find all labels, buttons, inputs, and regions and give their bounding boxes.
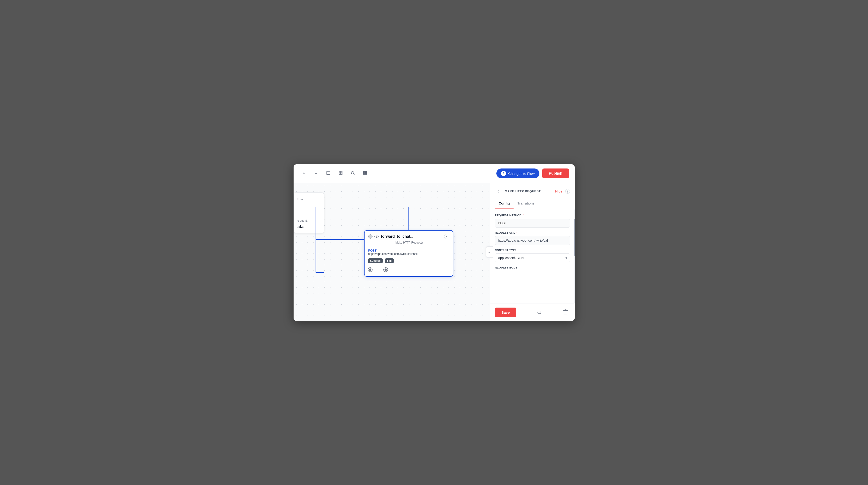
scrollbar-track	[574, 209, 575, 304]
success-dot	[368, 268, 372, 272]
content-type-label: CONTENT TYPE	[495, 249, 570, 252]
success-badge: Success	[368, 258, 383, 263]
svg-line-6	[353, 174, 354, 175]
panel-hide-button[interactable]: Hide	[555, 190, 562, 193]
node-method: POST	[368, 249, 449, 252]
tab-transitions[interactable]: Transitions	[514, 198, 538, 209]
changes-badge: 3	[501, 171, 506, 176]
search-button[interactable]	[348, 169, 358, 178]
content-type-select[interactable]: Application/JSON text/plain multipart/fo…	[495, 253, 570, 262]
table-icon	[363, 171, 367, 176]
grid-icon	[338, 171, 343, 176]
scrollbar-thumb	[574, 219, 575, 256]
grid-button[interactable]	[336, 169, 345, 178]
add-button[interactable]: +	[299, 169, 309, 178]
node-status-circle	[368, 234, 373, 238]
panel-tabs: Config Transitions	[490, 198, 575, 209]
canvas[interactable]: m... e agent. ata	[293, 183, 490, 321]
trash-icon	[563, 309, 568, 316]
fail-badge: Fail	[385, 258, 394, 263]
request-url-label: REQUEST URL *	[495, 231, 570, 234]
http-node[interactable]: </> forward_to_chat... × (Make HTTP Requ…	[364, 230, 454, 277]
main-area: m... e agent. ata	[293, 183, 575, 321]
minus-icon: −	[315, 171, 317, 176]
svg-point-5	[351, 171, 354, 174]
back-icon: ‹	[498, 188, 499, 194]
changes-button[interactable]: 3 Changes to Flow	[496, 169, 539, 178]
hide-label: Hide	[555, 190, 562, 193]
expand-button[interactable]	[324, 169, 333, 178]
publish-button[interactable]: Publish	[542, 169, 569, 178]
help-icon: ?	[565, 189, 570, 194]
node-close-button[interactable]: ×	[444, 234, 449, 239]
node-body: POST https://app.chatwoot.com/twilio/cal…	[365, 247, 453, 259]
svg-rect-7	[363, 172, 367, 174]
tab-config[interactable]: Config	[495, 198, 514, 209]
required-star-url: *	[516, 231, 518, 234]
node-subtitle: (Make HTTP Request)	[365, 241, 453, 247]
svg-rect-2	[341, 171, 342, 173]
left-card-data: ata	[298, 224, 320, 229]
svg-rect-17	[538, 311, 541, 314]
required-star: *	[523, 214, 524, 217]
panel-header: ‹ MAKE HTTP REQUEST Hide ?	[490, 183, 575, 198]
node-title: forward_to_chat...	[381, 234, 442, 238]
delete-button[interactable]	[561, 308, 570, 316]
svg-rect-4	[341, 173, 342, 175]
request-body-label: REQUEST BODY	[495, 266, 570, 269]
left-card-subtitle: e agent.	[298, 219, 320, 222]
request-method-label: REQUEST METHOD *	[495, 214, 570, 217]
copy-button[interactable]	[535, 308, 543, 316]
node-url: https://app.chatwoot.com/twilio/callback	[368, 252, 449, 256]
request-method-input[interactable]	[495, 219, 570, 228]
expand-icon	[326, 171, 331, 176]
connector-dots	[365, 266, 453, 272]
svg-rect-0	[327, 171, 330, 175]
svg-rect-3	[339, 173, 340, 175]
panel-back-button[interactable]: ‹	[495, 188, 502, 195]
node-header: </> forward_to_chat... ×	[365, 231, 453, 241]
toolbar: + −	[293, 164, 575, 183]
left-card-title: m...	[298, 197, 320, 200]
copy-icon	[536, 309, 541, 316]
save-button[interactable]: Save	[495, 308, 516, 317]
panel-title: MAKE HTTP REQUEST	[505, 190, 553, 193]
code-icon: </>	[374, 235, 379, 238]
fail-dot	[384, 268, 388, 272]
panel-footer: Save	[490, 304, 575, 321]
add-icon: +	[303, 171, 305, 176]
search-icon	[350, 171, 355, 176]
request-url-input[interactable]	[495, 236, 570, 245]
content-type-wrapper: Application/JSON text/plain multipart/fo…	[495, 253, 570, 262]
minus-button[interactable]: −	[311, 169, 321, 178]
svg-rect-1	[339, 171, 340, 173]
right-panel: « ‹ MAKE HTTP REQUEST Hide ? Config T	[490, 183, 575, 321]
changes-label: Changes to Flow	[508, 172, 535, 175]
close-icon: ×	[446, 235, 447, 238]
panel-content: REQUEST METHOD * REQUEST URL * CONTENT T…	[490, 209, 575, 304]
left-card: m... e agent. ata	[293, 193, 324, 233]
table-button[interactable]	[360, 169, 370, 178]
